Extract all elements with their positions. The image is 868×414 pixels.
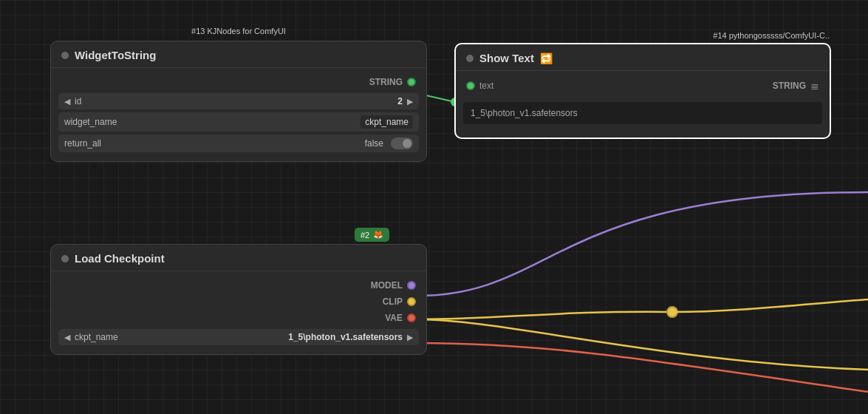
node14-badge: #14 pythongosssss/ComfyUI-C.. — [713, 31, 830, 40]
node-header-load-checkpoint: Load Checkpoint — [51, 245, 426, 271]
node-title-show-text: Show Text — [479, 52, 534, 64]
output-label-string2: STRING — [773, 81, 806, 91]
badge2-label: #2 — [360, 231, 369, 240]
output-row-string: STRING — [51, 74, 426, 90]
return-all-toggle[interactable] — [391, 138, 413, 149]
ckpt-name-value: 1_5\photon_v1.safetensors — [288, 332, 403, 342]
vae-output-row: VAE — [51, 310, 426, 326]
node-title-widget: WidgetToString — [75, 49, 156, 61]
return-all-value: false — [365, 138, 383, 149]
string-output-connector[interactable] — [407, 78, 416, 86]
fox-emoji: 🦊 — [373, 230, 383, 240]
svg-point-3 — [667, 307, 677, 317]
id-field-row[interactable]: ◀ id 2 ▶ — [58, 93, 419, 109]
node-header-widget: WidgetToString — [51, 41, 426, 68]
ckpt-arrow-right[interactable]: ▶ — [407, 333, 413, 342]
node-status-dot — [61, 52, 69, 59]
clip-label: CLIP — [383, 296, 403, 307]
clip-output-connector[interactable] — [407, 297, 416, 306]
node-header-show-text: Show Text 🔁 — [456, 44, 830, 71]
vae-label: VAE — [385, 313, 403, 323]
ckpt-name-label: ckpt_name — [75, 332, 284, 342]
id-label: id — [75, 96, 393, 106]
node-title-lc: Load Checkpoint — [75, 252, 165, 265]
model-output-connector[interactable] — [407, 281, 416, 290]
ckpt-arrow-left[interactable]: ◀ — [64, 333, 70, 342]
output-label-string: STRING — [369, 77, 403, 87]
refresh-icon[interactable]: 🔁 — [540, 52, 553, 64]
show-text-content-area: 1_5\photon_v1.safetensors — [456, 95, 830, 132]
clip-output-row: CLIP — [51, 293, 426, 310]
widget-name-field-row[interactable]: widget_name ckpt_name — [58, 112, 419, 132]
node-status-dot-lc — [61, 255, 69, 262]
widget-to-string-node: #13 KJNodes for ComfyUI WidgetToString S… — [50, 41, 427, 162]
id-value: 2 — [397, 96, 403, 106]
show-text-box: 1_5\photon_v1.safetensors — [463, 102, 822, 124]
id-arrow-left[interactable]: ◀ — [64, 97, 70, 106]
widget-name-label: widget_name — [64, 117, 356, 127]
text-input-connector[interactable] — [466, 81, 475, 90]
ckpt-name-field-row[interactable]: ◀ ckpt_name 1_5\photon_v1.safetensors ▶ — [58, 329, 419, 345]
show-text-node-content: text STRING ≣ 1_5\photon_v1.safetensors — [456, 71, 830, 138]
vae-output-connector[interactable] — [407, 313, 416, 322]
node-content-widget: STRING ◀ id 2 ▶ widget_name ckpt_name re… — [51, 68, 426, 161]
id-arrow-right[interactable]: ▶ — [407, 97, 413, 106]
badge-2: #2 🦊 — [355, 228, 389, 242]
model-label: MODEL — [371, 280, 403, 291]
text-input-row: text STRING ≣ — [456, 77, 830, 95]
show-text-node: #14 pythongosssss/ComfyUI-C.. Show Text … — [454, 43, 831, 139]
return-all-row[interactable]: return_all false — [58, 135, 419, 152]
node13-badge: #13 KJNodes for ComfyUI — [191, 27, 286, 35]
model-output-row: MODEL — [51, 277, 426, 293]
node-status-dot-show-text — [466, 55, 474, 62]
load-checkpoint-node: Load Checkpoint MODEL CLIP VAE ◀ ckpt_na… — [50, 244, 427, 355]
widget-name-value: ckpt_name — [360, 115, 413, 129]
text-input-label: text — [479, 81, 493, 91]
load-checkpoint-content: MODEL CLIP VAE ◀ ckpt_name 1_5\photon_v1… — [51, 271, 426, 354]
grid-icon: ≣ — [810, 80, 819, 92]
return-all-label: return_all — [64, 138, 360, 149]
